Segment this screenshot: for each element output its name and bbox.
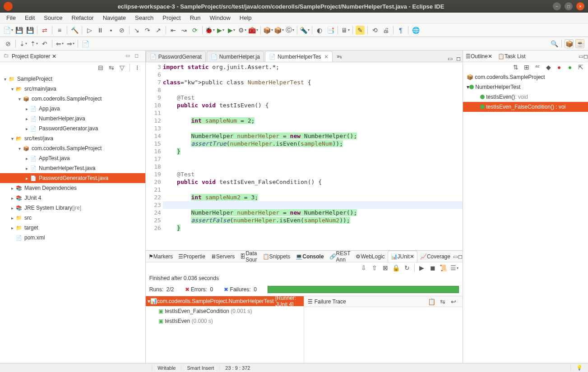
run-icon[interactable]: ▶	[216, 26, 225, 35]
menu-window[interactable]: Window	[205, 14, 235, 22]
collapse-all-icon[interactable]: ⊟	[96, 63, 105, 72]
new-java-project-icon[interactable]: 📦	[264, 26, 273, 35]
tree-maven-deps[interactable]: ▸📚Maven Dependencies	[0, 183, 145, 193]
minimize-view-icon[interactable]: ▭	[125, 53, 133, 60]
tab-numberhelpertest[interactable]: 📄NumberHelperTes✕	[265, 51, 333, 62]
junit-rerun-icon[interactable]: ↻	[403, 263, 412, 272]
menu-run[interactable]: Run	[185, 14, 205, 22]
menu-project[interactable]: Project	[158, 14, 185, 22]
new-server-icon[interactable]: 🖥	[341, 26, 350, 35]
link-editor-icon[interactable]: ⇆	[107, 63, 116, 72]
junit-failures-only-icon[interactable]: ⊠	[381, 263, 390, 272]
minimize-bottom-icon[interactable]: ▭	[453, 253, 458, 260]
junit-test1[interactable]: ▣ testIsEven_FalseCondition (0.001 s)	[146, 306, 304, 316]
trace-filter-icon[interactable]: 📋	[427, 297, 436, 306]
tab-servers[interactable]: 🖥 Servers	[208, 251, 237, 262]
outline-hide-static-icon[interactable]: ᵃᶻ	[533, 63, 542, 72]
code-area[interactable]: import static org.junit.Assert.*; class=…	[163, 62, 463, 250]
tree-pkg-main[interactable]: ▾📦com.coderolls.SampleProject	[0, 94, 145, 104]
perspective-java-icon[interactable]: ☕	[575, 39, 584, 48]
tab-snippets[interactable]: 📋 Snippets	[260, 251, 293, 262]
junit-prev-icon[interactable]: ⇧	[370, 263, 379, 272]
tree-passgen[interactable]: ▸📄PasswordGenerator.java	[0, 124, 145, 133]
step-filters-icon[interactable]: ↝	[180, 26, 189, 35]
new-package-icon[interactable]: 📦	[274, 26, 283, 35]
runconfig-icon[interactable]: ⚙	[238, 26, 247, 35]
junit-result-tree[interactable]: ▾ 📊 com.coderolls.SampleProject.NumberHe…	[146, 296, 304, 363]
last-edit-icon[interactable]: ⇣	[19, 39, 28, 48]
disconnect-icon[interactable]: ⊘	[117, 26, 126, 35]
junit-menu-icon[interactable]: ☰	[450, 263, 459, 272]
junit-stop-icon[interactable]: ◼	[428, 263, 437, 272]
close-button[interactable]: ×	[576, 2, 584, 10]
tab-properties[interactable]: ☰ Propertie	[176, 251, 208, 262]
tree-numhelpertest[interactable]: ▸📄NumberHelperTest.java	[0, 163, 145, 173]
open-type-icon[interactable]: ◐	[315, 26, 324, 35]
new-class-icon[interactable]: Ⓒ	[285, 26, 294, 35]
tab-coverage[interactable]: 📈 Coverage	[417, 251, 453, 262]
debug-icon[interactable]: 🐞	[205, 26, 214, 35]
maximize-right-icon[interactable]: ◻	[583, 53, 588, 60]
tab-datasource[interactable]: 🗄 Data Sour	[237, 251, 259, 262]
tree-src[interactable]: ▸📁src	[0, 213, 145, 223]
outline-hide-nonpublic-icon[interactable]: ◆	[544, 63, 553, 72]
tab-markers[interactable]: ⚑ Markers	[146, 251, 176, 262]
tree-junit[interactable]: ▸📚JUnit 4	[0, 193, 145, 203]
tree-pkg-test[interactable]: ▾📦com.coderolls.SampleProject	[0, 143, 145, 153]
outline-pkg[interactable]: 📦 com.coderolls.SampleProject	[463, 72, 588, 82]
menu-file[interactable]: File	[2, 14, 20, 22]
tree-numhelper[interactable]: ▸📄NumberHelper.java	[0, 114, 145, 124]
tree-target[interactable]: ▸📁target	[0, 223, 145, 233]
skip-breakpoints-icon[interactable]: ⊘	[4, 39, 13, 48]
tab-tasklist[interactable]: 📋 Task List	[495, 51, 528, 62]
new-icon[interactable]: 📄	[4, 26, 13, 35]
tab-passwordgenerator[interactable]: 📄PasswordGenerat	[146, 51, 206, 62]
outline-menu-icon[interactable]: ⇱	[576, 63, 585, 72]
step-over-icon[interactable]: ↷	[143, 26, 152, 35]
outline-tree[interactable]: 📦 com.coderolls.SampleProject ▾ NumberHe…	[463, 72, 588, 363]
code-editor[interactable]: 367891011121314151617181920212223242526 …	[146, 62, 463, 250]
trace-wrap-icon[interactable]: ↩	[449, 297, 458, 306]
tree-src-main[interactable]: ▾📂src/main/java	[0, 84, 145, 94]
pin-icon[interactable]: ¶	[396, 26, 405, 35]
toggle-comment-icon[interactable]: ≡	[55, 26, 64, 35]
minimize-editor-icon[interactable]: ▭	[448, 55, 453, 62]
maximize-view-icon[interactable]: ◻	[134, 53, 142, 60]
maximize-bottom-icon[interactable]: ◻	[458, 253, 463, 260]
save-all-icon[interactable]: 💾	[25, 26, 34, 35]
step-into-icon[interactable]: ↘	[132, 26, 141, 35]
build-icon[interactable]: 🔨	[70, 26, 79, 35]
junit-test2[interactable]: ▣ testIsEven (0.000 s)	[146, 316, 304, 326]
project-tree[interactable]: ▾📁SampleProject ▾📂src/main/java ▾📦com.co…	[0, 73, 145, 363]
next-annotation-icon[interactable]: ⇡	[29, 39, 38, 48]
junit-rerun-failed-icon[interactable]: ▶	[417, 263, 426, 272]
outline-link-icon[interactable]: ●	[565, 63, 574, 72]
outline-sort-icon[interactable]: ⇅	[511, 63, 520, 72]
save-icon[interactable]: 💾	[14, 26, 23, 35]
outline-hide-fields-icon[interactable]: ⊞	[522, 63, 531, 72]
menu-source[interactable]: Source	[39, 14, 67, 22]
tab-numberhelper[interactable]: 📄NumberHelper.ja	[207, 51, 264, 62]
outline-focus-icon[interactable]: ●	[555, 63, 564, 72]
fwd-icon[interactable]: ⇒	[66, 39, 75, 48]
highlighter-icon[interactable]: ✎	[356, 26, 365, 35]
junit-scroll-lock-icon[interactable]: 🔒	[392, 263, 401, 272]
quick-access-icon[interactable]: 🔍	[550, 39, 559, 48]
tree-pom[interactable]: 📄pom.xml	[0, 233, 145, 243]
menu-edit[interactable]: Edit	[20, 14, 39, 22]
outline-m1[interactable]: testIsEven() : void	[463, 92, 588, 102]
minimize-button[interactable]: −	[553, 2, 561, 10]
tree-app[interactable]: ▸📄App.java	[0, 104, 145, 114]
tree-jre[interactable]: ▸📚JRE System Library [jre]	[0, 203, 145, 213]
maximize-editor-icon[interactable]: ◻	[456, 55, 461, 62]
outline-m2[interactable]: testIsEven_FalseCondition() : voi	[463, 102, 588, 112]
view-menu-icon[interactable]: ⁞	[133, 63, 142, 72]
tab-more[interactable]: »₁	[333, 51, 346, 62]
browser-icon[interactable]: 🌐	[411, 26, 420, 35]
drop-frame-icon[interactable]: ⇤	[169, 26, 178, 35]
terminate-icon[interactable]: ▪	[106, 26, 116, 35]
switch-editor-icon[interactable]: 📄	[81, 39, 90, 48]
menu-help[interactable]: Help	[235, 14, 256, 22]
prev-edit-icon[interactable]: ↶	[40, 39, 49, 48]
tab-console[interactable]: 💻 Console	[293, 251, 326, 262]
